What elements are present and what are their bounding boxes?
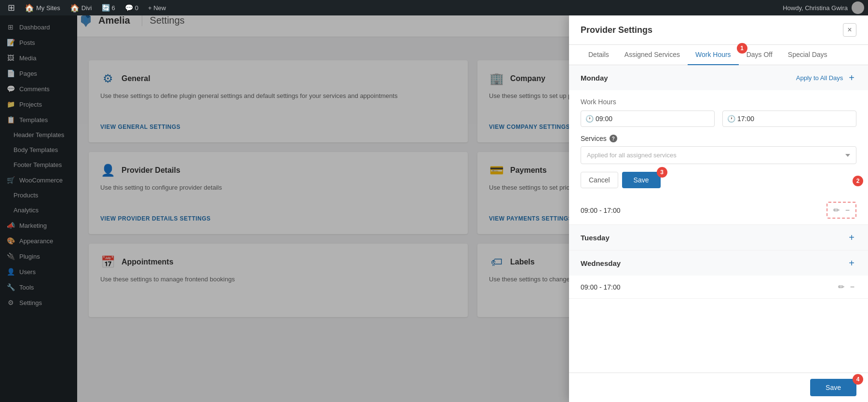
clock-icon-start: 🕐 bbox=[585, 115, 594, 123]
clock-icon-end: 🕐 bbox=[727, 115, 735, 123]
day-section-wednesday: Wednesday + 09:00 - 17:00 ✏ − bbox=[569, 250, 868, 299]
start-time-input[interactable] bbox=[581, 111, 715, 127]
start-time-wrapper: 🕐 bbox=[581, 111, 715, 127]
services-dropdown[interactable]: Applied for all assigned services bbox=[581, 146, 856, 164]
panel-close-button[interactable]: × bbox=[843, 23, 856, 37]
monday-label: Monday bbox=[581, 74, 608, 82]
end-time-input[interactable] bbox=[722, 111, 856, 127]
admin-bar: ⊞ 🏠 My Sites 🏠 Divi 🔄 6 💬 0 + New Howdy,… bbox=[0, 0, 868, 15]
save-form-button[interactable]: Save 3 bbox=[622, 172, 661, 188]
badge-footer-save: 4 bbox=[853, 374, 863, 385]
end-time-wrapper: 🕐 bbox=[722, 111, 856, 127]
wednesday-slot-time: 09:00 - 17:00 bbox=[581, 283, 621, 291]
services-label: Services ? bbox=[581, 135, 856, 142]
panel-title: Provider Settings bbox=[581, 25, 652, 35]
panel-body: Monday Apply to All Days + Work Hours 🕐 … bbox=[569, 65, 868, 373]
tuesday-add-button[interactable]: + bbox=[847, 233, 856, 242]
wednesday-remove-button[interactable]: − bbox=[848, 282, 856, 292]
panel-header: Provider Settings × bbox=[569, 15, 868, 45]
apply-all-days-link[interactable]: Apply to All Days bbox=[796, 74, 843, 82]
admin-bar-updates[interactable]: 🔄 6 bbox=[98, 4, 119, 12]
monday-remove-button[interactable]: − bbox=[843, 205, 852, 216]
monday-slot-time: 09:00 - 17:00 bbox=[581, 207, 621, 214]
wednesday-slot-actions: ✏ − bbox=[836, 281, 856, 292]
tab-work-hours[interactable]: Work Hours 1 bbox=[688, 45, 739, 65]
monday-actions: Apply to All Days + bbox=[796, 73, 856, 83]
panel-footer: Save 4 bbox=[569, 373, 868, 402]
monday-edit-button[interactable]: ✏ bbox=[831, 205, 841, 216]
wednesday-label: Wednesday bbox=[581, 259, 621, 267]
tuesday-label: Tuesday bbox=[581, 234, 610, 242]
badge-save-form: 3 bbox=[657, 167, 667, 178]
wednesday-add-button[interactable]: + bbox=[847, 258, 856, 268]
monday-header: Monday Apply to All Days + bbox=[569, 65, 868, 90]
wednesday-actions: + bbox=[847, 258, 856, 268]
work-hours-label: Work Hours bbox=[581, 98, 856, 106]
monday-slot-actions-dashed: ✏ − bbox=[827, 202, 856, 219]
tuesday-actions: + bbox=[847, 233, 856, 242]
time-inputs: 🕐 🕐 bbox=[581, 111, 856, 127]
admin-bar-divi[interactable]: 🏠 Divi bbox=[66, 3, 96, 13]
admin-bar-wp-logo[interactable]: ⊞ bbox=[4, 2, 19, 13]
wednesday-time-slot: 09:00 - 17:00 ✏ − bbox=[569, 276, 868, 298]
day-section-monday: Monday Apply to All Days + Work Hours 🕐 … bbox=[569, 65, 868, 225]
tab-special-days[interactable]: Special Days bbox=[780, 45, 835, 65]
panel-tabs: Details Assigned Services Work Hours 1 D… bbox=[569, 45, 868, 65]
admin-bar-user: Howdy, Christina Gwira bbox=[783, 1, 864, 14]
wednesday-header: Wednesday + bbox=[569, 250, 868, 276]
tuesday-header: Tuesday + bbox=[569, 225, 868, 250]
badge-plus: 2 bbox=[853, 176, 863, 186]
monday-time-slot: 09:00 - 17:00 ✏ − 2 bbox=[569, 196, 868, 224]
admin-bar-comments[interactable]: 💬 0 bbox=[121, 4, 142, 12]
day-section-tuesday: Tuesday + bbox=[569, 225, 868, 250]
footer-save-button[interactable]: Save 4 bbox=[810, 379, 856, 396]
badge-tab: 1 bbox=[737, 43, 747, 54]
admin-bar-my-sites[interactable]: 🏠 My Sites bbox=[21, 3, 64, 13]
cancel-button[interactable]: Cancel bbox=[581, 172, 618, 188]
monday-add-button[interactable]: + bbox=[847, 73, 856, 83]
provider-panel: Provider Settings × Details Assigned Ser… bbox=[569, 15, 868, 402]
services-help-icon[interactable]: ? bbox=[610, 135, 617, 142]
tab-assigned-services[interactable]: Assigned Services bbox=[617, 45, 688, 65]
admin-bar-new[interactable]: + New bbox=[144, 4, 170, 12]
tab-details[interactable]: Details bbox=[581, 45, 617, 65]
form-buttons: Cancel Save 3 bbox=[581, 172, 856, 188]
wednesday-edit-button[interactable]: ✏ bbox=[836, 281, 846, 292]
monday-work-hours-form: Work Hours 🕐 🕐 Services ? Ap bbox=[569, 90, 868, 196]
